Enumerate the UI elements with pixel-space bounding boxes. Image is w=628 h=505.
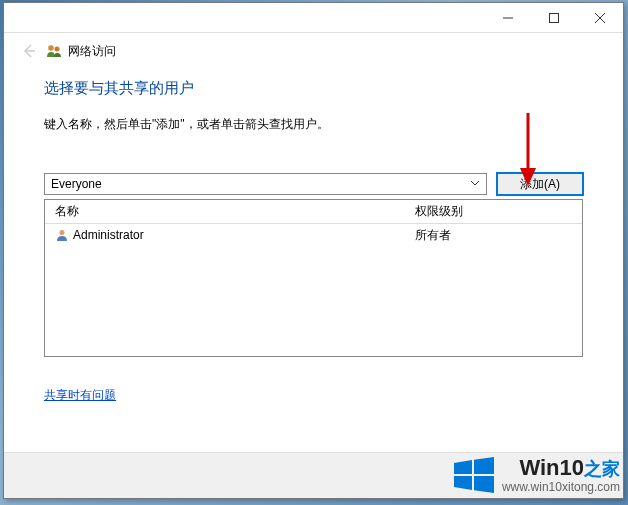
app-title: 网络访问 [68,43,116,60]
user-input-row: Everyone 添加(A) [44,173,583,195]
maximize-button[interactable] [531,3,577,32]
user-select-value: Everyone [51,177,102,191]
network-access-icon [46,43,62,59]
svg-rect-1 [550,13,559,22]
sharing-help-link[interactable]: 共享时有问题 [44,388,116,402]
row-permission: 所有者 [415,227,582,244]
window-controls [485,3,623,32]
permissions-table: 名称 权限级别 Administrator 所有者 [44,199,583,357]
column-header-permission[interactable]: 权限级别 [415,203,582,220]
table-row[interactable]: Administrator 所有者 [45,224,582,246]
table-header: 名称 权限级别 [45,200,582,224]
close-button[interactable] [577,3,623,32]
window: 网络访问 选择要与其共享的用户 键入名称，然后单击"添加"，或者单击箭头查找用户… [3,2,624,499]
annotation-arrow-icon [517,108,547,188]
titlebar [4,3,623,33]
svg-point-6 [55,47,60,52]
page-heading: 选择要与其共享的用户 [44,79,583,98]
svg-point-5 [48,45,54,51]
svg-point-7 [60,230,65,235]
page-subtext: 键入名称，然后单击"添加"，或者单击箭头查找用户。 [44,116,583,133]
row-user-name: Administrator [73,228,144,242]
footer [4,452,623,498]
svg-marker-9 [520,168,536,186]
column-header-name[interactable]: 名称 [45,203,415,220]
back-button[interactable] [14,36,44,66]
header: 网络访问 [4,33,623,69]
minimize-button[interactable] [485,3,531,32]
help-row: 共享时有问题 [44,387,583,404]
user-icon [55,228,69,242]
user-select-combobox[interactable]: Everyone [44,173,487,195]
chevron-down-icon [470,177,480,191]
